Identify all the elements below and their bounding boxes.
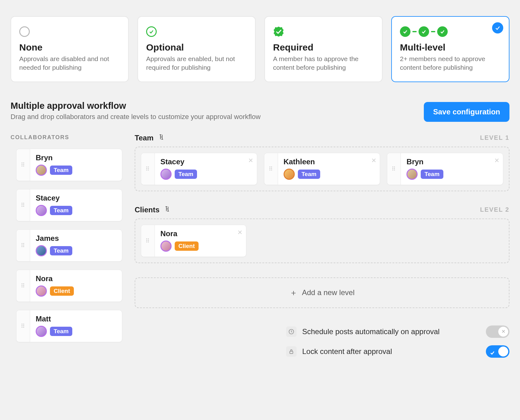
option-desc: Approvals are disabled and not needed fo… bbox=[19, 55, 120, 72]
check-icon bbox=[490, 349, 495, 357]
svg-marker-0 bbox=[274, 27, 284, 37]
setting-lock: Lock content after approval bbox=[286, 345, 509, 358]
option-title: Multi-level bbox=[400, 42, 501, 53]
workflow-title: Multiple approval workflow bbox=[11, 101, 261, 111]
drag-handle-icon[interactable]: ⠿ bbox=[16, 310, 30, 342]
workflow-subtitle: Drag and drop collaborators and create l… bbox=[11, 113, 261, 121]
member-name: Stacey bbox=[160, 157, 251, 166]
collaborator-card[interactable]: ⠿ Bryn Team bbox=[16, 149, 122, 181]
optional-icon bbox=[146, 25, 247, 38]
level-heading: Clients LEVEL 2 bbox=[135, 206, 509, 214]
x-icon: ✕ bbox=[501, 329, 505, 334]
avatar bbox=[284, 169, 295, 180]
level-name: Clients bbox=[135, 206, 159, 214]
plus-icon: ＋ bbox=[289, 287, 298, 298]
drag-handle-icon[interactable]: ⠿ bbox=[141, 225, 155, 257]
avatar bbox=[36, 326, 47, 337]
remove-icon[interactable]: × bbox=[495, 156, 499, 164]
workflow-header: Multiple approval workflow Drag and drop… bbox=[11, 101, 509, 122]
add-level-label: Add a new level bbox=[302, 288, 354, 297]
workflow-body: COLLABORATORS ⠿ Bryn Team ⠿ Stacey Team bbox=[11, 132, 509, 365]
collaborator-card[interactable]: ⠿ Nora Client bbox=[16, 270, 122, 302]
drag-handle-icon[interactable]: ⠿ bbox=[264, 153, 278, 185]
member-name: Nora bbox=[160, 229, 240, 238]
role-badge: Team bbox=[50, 206, 72, 215]
avatar bbox=[36, 285, 47, 297]
member-name: Bryn bbox=[406, 157, 497, 166]
option-desc: Approvals are enabled, but not required … bbox=[146, 55, 247, 72]
add-level-button[interactable]: ＋ Add a new level bbox=[135, 277, 509, 308]
selected-check-icon bbox=[492, 22, 503, 33]
rename-icon[interactable] bbox=[158, 134, 165, 142]
drag-handle-icon[interactable]: ⠿ bbox=[16, 189, 30, 221]
svg-rect-2 bbox=[290, 351, 293, 354]
level-member-card[interactable]: ⠿ Bryn Team × bbox=[387, 153, 503, 185]
collaborator-card[interactable]: ⠿ Stacey Team bbox=[16, 189, 122, 221]
drag-handle-icon[interactable]: ⠿ bbox=[16, 230, 30, 261]
option-multilevel[interactable]: Multi-level 2+ members need to approve c… bbox=[391, 16, 509, 82]
level-member-card[interactable]: ⠿ Kathleen Team × bbox=[264, 153, 380, 185]
drag-handle-icon[interactable]: ⠿ bbox=[141, 153, 155, 185]
required-icon bbox=[273, 25, 374, 38]
role-badge: Team bbox=[298, 170, 320, 179]
level-name: Team bbox=[135, 134, 154, 142]
approval-settings: Schedule posts automatically on approval… bbox=[286, 325, 509, 358]
approval-mode-options: None Approvals are disabled and not need… bbox=[11, 16, 509, 82]
remove-icon[interactable]: × bbox=[371, 156, 376, 164]
multilevel-icon bbox=[400, 25, 501, 38]
role-badge: Team bbox=[421, 170, 443, 179]
option-title: Required bbox=[273, 42, 374, 53]
role-badge: Client bbox=[50, 286, 74, 296]
option-none[interactable]: None Approvals are disabled and not need… bbox=[11, 16, 129, 82]
collaborator-name: James bbox=[36, 234, 116, 243]
remove-icon[interactable]: × bbox=[248, 156, 253, 164]
option-optional[interactable]: Optional Approvals are enabled, but not … bbox=[137, 16, 256, 82]
collaborator-card[interactable]: ⠿ Matt Team bbox=[16, 310, 122, 342]
setting-label: Lock content after approval bbox=[302, 347, 392, 356]
role-badge: Team bbox=[50, 327, 72, 336]
option-title: None bbox=[19, 42, 120, 53]
avatar bbox=[160, 169, 172, 180]
level-dropzone[interactable]: ⠿ Stacey Team × ⠿ Kathleen Team bbox=[135, 147, 509, 191]
avatar bbox=[36, 165, 47, 176]
option-desc: A member has to approve the content befo… bbox=[273, 55, 374, 72]
collaborators-heading: COLLABORATORS bbox=[11, 134, 122, 141]
drag-handle-icon[interactable]: ⠿ bbox=[387, 153, 401, 185]
remove-icon[interactable]: × bbox=[238, 228, 242, 236]
level-label: LEVEL 1 bbox=[480, 134, 509, 141]
drag-handle-icon[interactable]: ⠿ bbox=[16, 149, 30, 181]
clock-icon bbox=[286, 326, 297, 337]
level-member-card[interactable]: ⠿ Nora Client × bbox=[141, 225, 246, 257]
role-badge: Team bbox=[50, 246, 72, 255]
level-label: LEVEL 2 bbox=[480, 206, 509, 213]
none-icon bbox=[19, 25, 120, 38]
avatar bbox=[160, 241, 172, 252]
level-dropzone[interactable]: ⠿ Nora Client × bbox=[135, 219, 509, 263]
levels-column: Team LEVEL 1 ⠿ Stacey Team × bbox=[135, 132, 509, 365]
role-badge: Team bbox=[175, 170, 197, 179]
level-heading: Team LEVEL 1 bbox=[135, 134, 509, 142]
collaborators-column: COLLABORATORS ⠿ Bryn Team ⠿ Stacey Team bbox=[11, 132, 122, 365]
member-name: Kathleen bbox=[284, 157, 374, 166]
collaborator-name: Stacey bbox=[36, 194, 116, 202]
save-configuration-button[interactable]: Save configuration bbox=[424, 102, 509, 122]
option-required[interactable]: Required A member has to approve the con… bbox=[264, 16, 383, 82]
rename-icon[interactable] bbox=[164, 206, 171, 214]
avatar bbox=[36, 205, 47, 216]
role-badge: Client bbox=[175, 241, 199, 251]
avatar bbox=[36, 245, 47, 256]
drag-handle-icon[interactable]: ⠿ bbox=[16, 270, 30, 302]
option-desc: 2+ members need to approve content befor… bbox=[400, 55, 501, 72]
level-member-card[interactable]: ⠿ Stacey Team × bbox=[141, 153, 257, 185]
setting-label: Schedule posts automatically on approval bbox=[302, 327, 440, 336]
collaborator-name: Bryn bbox=[36, 153, 116, 162]
collaborator-name: Nora bbox=[36, 274, 116, 283]
toggle-lock[interactable] bbox=[486, 345, 509, 358]
collaborator-card[interactable]: ⠿ James Team bbox=[16, 229, 122, 262]
avatar bbox=[406, 169, 418, 180]
role-badge: Team bbox=[50, 166, 72, 175]
collaborator-name: Matt bbox=[36, 315, 116, 323]
toggle-schedule[interactable]: ✕ bbox=[486, 325, 509, 338]
setting-schedule: Schedule posts automatically on approval… bbox=[286, 325, 509, 338]
lock-icon bbox=[286, 346, 297, 357]
